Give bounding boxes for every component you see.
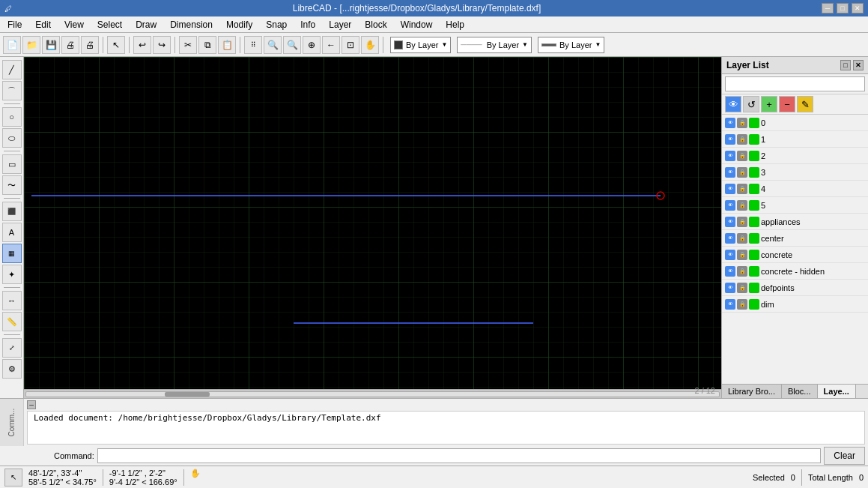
layer-color-icon[interactable] [749,299,759,310]
undo-button[interactable]: ↩ [133,36,151,54]
cut-button[interactable]: ✂ [179,36,197,54]
menu-edit[interactable]: Edit [29,18,57,31]
layer-lock-icon[interactable]: 🔒 [737,217,747,227]
menu-layer[interactable]: Layer [323,18,357,31]
show-all-layers-button[interactable]: 👁 [725,96,741,112]
layer-search-input[interactable] [725,76,865,91]
layer-item[interactable]: 👁 🔒 0 [722,115,868,131]
measure-tool[interactable]: 📏 [2,312,22,331]
save-button[interactable]: 💾 [42,36,60,54]
print-button[interactable]: 🖨 [61,36,79,54]
clear-button[interactable]: Clear [824,447,865,465]
layer-lock-icon[interactable]: 🔒 [737,184,747,194]
zoom-window-button[interactable]: ⊡ [342,36,359,54]
layer-item[interactable]: 👁 🔒 3 [722,164,868,181]
maximize-button[interactable]: □ [837,3,849,13]
layer-color-icon[interactable] [749,167,759,178]
layer-item[interactable]: 👁 🔒 dim [722,296,868,313]
layer-lock-icon[interactable]: 🔒 [737,299,747,310]
circle-tool[interactable]: ○ [2,107,22,127]
minimize-button[interactable]: ─ [822,3,834,13]
layer-list-close-button[interactable]: ✕ [853,60,864,70]
command-minimize-button[interactable]: ─ [27,400,36,409]
layer-list-dock-button[interactable]: □ [840,60,851,70]
menu-modify[interactable]: Modify [220,18,258,31]
layer-lock-icon[interactable]: 🔒 [737,266,747,277]
command-input[interactable] [97,448,822,463]
menu-file[interactable]: File [1,18,28,31]
tab-library-browser[interactable]: Library Bro... [722,385,782,398]
layer-item[interactable]: 👁 🔒 1 [722,131,868,148]
layer-lock-icon[interactable]: 🔒 [737,283,747,293]
layer-item[interactable]: 👁 🔒 2 [722,148,868,164]
menu-snap[interactable]: Snap [260,18,293,31]
linewidth-dropdown[interactable]: By Layer ▼ [538,37,604,53]
layer-item[interactable]: 👁 🔒 defpoints [722,280,868,296]
copy-button[interactable]: ⧉ [198,36,216,54]
layer-color-icon[interactable] [749,134,759,145]
remove-layer-button[interactable]: − [779,96,795,112]
menu-help[interactable]: Help [440,18,470,31]
layer-color-icon[interactable] [749,217,759,227]
refresh-layers-button[interactable]: ↺ [743,96,759,112]
layer-eye-icon[interactable]: 👁 [725,299,735,310]
zoom-in-button[interactable]: 🔍 [264,36,282,54]
layer-eye-icon[interactable]: 👁 [725,233,735,244]
menu-info[interactable]: Info [294,18,321,31]
dimension-tool[interactable]: ⤢ [2,338,22,358]
layer-eye-icon[interactable]: 👁 [725,283,735,293]
titlebar-controls[interactable]: ─ □ ✕ [822,3,864,13]
menu-select[interactable]: Select [91,18,128,31]
menu-view[interactable]: View [58,18,90,31]
layer-eye-icon[interactable]: 👁 [725,184,735,194]
paste-button[interactable]: 📋 [218,36,236,54]
layer-lock-icon[interactable]: 🔒 [737,134,747,145]
pan-button[interactable]: ✋ [361,36,379,54]
menu-window[interactable]: Window [395,18,439,31]
layer-item[interactable]: 👁 🔒 5 [722,197,868,214]
arc-tool[interactable]: ⌒ [2,81,22,100]
layer-eye-icon[interactable]: 👁 [725,167,735,178]
color-dropdown[interactable]: By Layer ▼ [390,37,451,53]
layer-color-icon[interactable] [749,250,759,260]
text-tool[interactable]: A [2,223,22,242]
layer-color-icon[interactable] [749,151,759,161]
layer-color-icon[interactable] [749,283,759,293]
layer-eye-icon[interactable]: 👁 [725,266,735,277]
layer-color-icon[interactable] [749,184,759,194]
layer-lock-icon[interactable]: 🔒 [737,200,747,211]
rect-tool[interactable]: ▭ [2,154,22,174]
layer-color-icon[interactable] [749,118,759,128]
layer-item[interactable]: 👁 🔒 concrete [722,247,868,263]
layer-eye-icon[interactable]: 👁 [725,118,735,128]
layer-eye-icon[interactable]: 👁 [725,250,735,260]
snap-point-tool[interactable]: ✦ [2,265,22,284]
scrollbar-thumb[interactable] [165,392,210,397]
layer-eye-icon[interactable]: 👁 [725,217,735,227]
layer-item[interactable]: 👁 🔒 4 [722,181,868,197]
zoom-previous-button[interactable]: ← [322,36,340,54]
tab-blocks[interactable]: Bloc... [782,385,818,398]
freehand-tool[interactable]: 〜 [2,175,22,195]
insert-tool[interactable]: ⬛ [2,202,22,221]
horizontal-scrollbar[interactable] [24,389,721,398]
hatch-tool[interactable]: ▦ [2,244,22,263]
menu-draw[interactable]: Draw [130,18,163,31]
zoom-out-button[interactable]: 🔍 [283,36,301,54]
layer-item[interactable]: 👁 🔒 concrete - hidden [722,263,868,280]
zoom-auto-button[interactable]: ⊕ [303,36,321,54]
edit-layer-button[interactable]: ✎ [797,96,813,112]
gear-tool[interactable]: ⚙ [2,359,22,379]
new-button[interactable]: 📄 [3,36,21,54]
layer-color-icon[interactable] [749,200,759,211]
linetype-dropdown[interactable]: ──── By Layer ▼ [457,37,532,53]
scrollbar-track[interactable] [25,391,720,397]
layer-item[interactable]: 👁 🔒 appliances [722,214,868,230]
layer-eye-icon[interactable]: 👁 [725,200,735,211]
layer-eye-icon[interactable]: 👁 [725,151,735,161]
line-tool[interactable]: ╱ [2,60,22,79]
move-tool[interactable]: ↔ [2,291,22,310]
close-button[interactable]: ✕ [852,3,864,13]
ellipse-tool[interactable]: ⬭ [2,128,22,148]
layer-eye-icon[interactable]: 👁 [725,134,735,145]
